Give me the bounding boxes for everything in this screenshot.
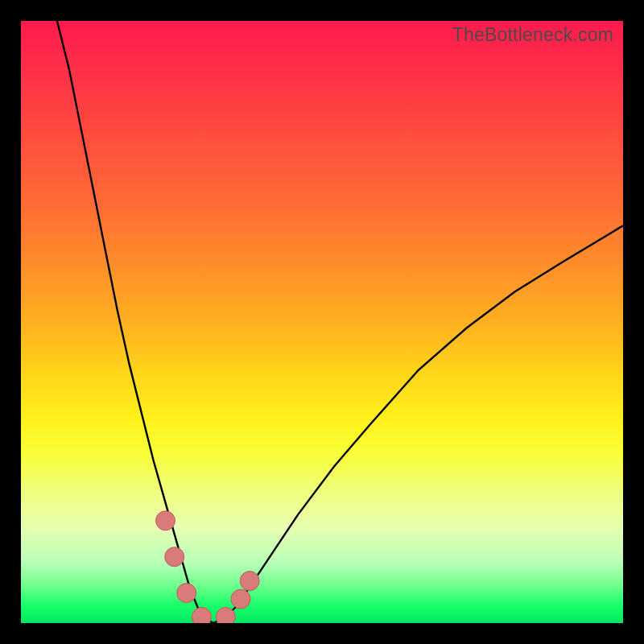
plot-area: TheBottleneck.com	[21, 21, 623, 623]
marker-point	[156, 511, 175, 530]
marker-point	[216, 608, 235, 624]
marker-points	[156, 511, 260, 623]
marker-point	[192, 608, 211, 624]
marker-point	[177, 584, 196, 603]
outer-frame: TheBottleneck.com	[0, 0, 644, 644]
marker-point	[240, 572, 259, 591]
marker-point	[165, 547, 184, 567]
bottleneck-curve	[57, 21, 623, 623]
marker-point	[231, 589, 250, 609]
curve-svg	[21, 21, 623, 623]
